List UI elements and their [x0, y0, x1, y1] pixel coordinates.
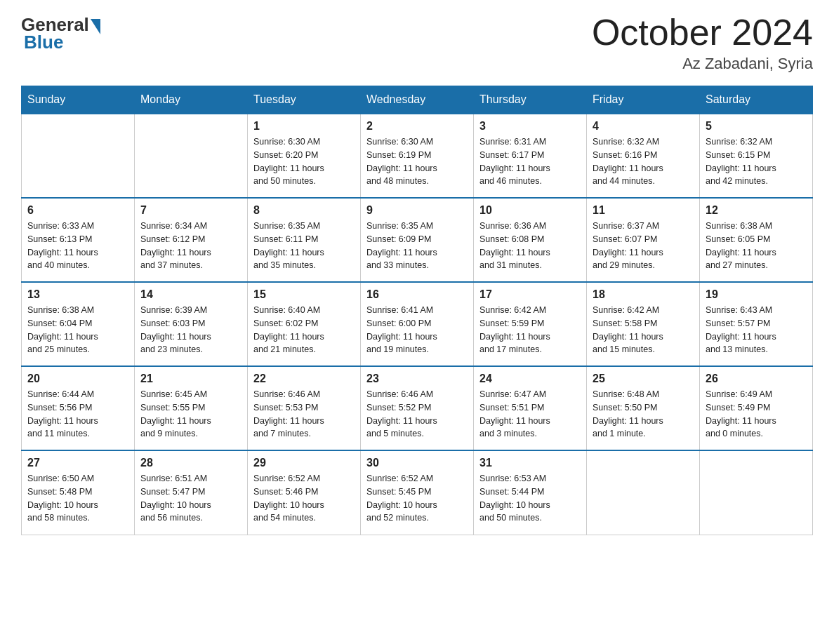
calendar-cell: 18Sunrise: 6:42 AMSunset: 5:58 PMDayligh…	[587, 282, 700, 366]
calendar-cell: 21Sunrise: 6:45 AMSunset: 5:55 PMDayligh…	[135, 366, 248, 450]
day-info: Sunrise: 6:49 AMSunset: 5:49 PMDaylight:…	[706, 388, 807, 441]
day-number: 24	[479, 373, 581, 385]
day-info: Sunrise: 6:46 AMSunset: 5:52 PMDaylight:…	[366, 388, 468, 441]
day-number: 27	[27, 457, 128, 469]
calendar-cell	[700, 450, 813, 535]
day-number: 16	[366, 288, 468, 301]
day-number: 8	[253, 204, 355, 217]
day-number: 14	[140, 288, 241, 301]
calendar-cell: 6Sunrise: 6:33 AMSunset: 6:13 PMDaylight…	[22, 198, 135, 282]
day-number: 31	[479, 457, 581, 469]
calendar-cell: 14Sunrise: 6:39 AMSunset: 6:03 PMDayligh…	[135, 282, 248, 366]
day-number: 19	[706, 288, 807, 301]
day-info: Sunrise: 6:38 AMSunset: 6:04 PMDaylight:…	[27, 304, 128, 356]
calendar-week-row: 20Sunrise: 6:44 AMSunset: 5:56 PMDayligh…	[22, 366, 813, 450]
calendar-cell: 30Sunrise: 6:52 AMSunset: 5:45 PMDayligh…	[361, 450, 474, 535]
day-number: 29	[253, 457, 355, 469]
day-number: 7	[140, 204, 241, 217]
day-info: Sunrise: 6:39 AMSunset: 6:03 PMDaylight:…	[140, 304, 241, 356]
calendar-cell: 26Sunrise: 6:49 AMSunset: 5:49 PMDayligh…	[700, 366, 813, 450]
logo-blue-text: Blue	[24, 32, 63, 53]
day-number: 21	[140, 373, 241, 385]
day-info: Sunrise: 6:38 AMSunset: 6:05 PMDaylight:…	[706, 220, 807, 272]
day-info: Sunrise: 6:48 AMSunset: 5:50 PMDaylight:…	[593, 388, 694, 441]
day-info: Sunrise: 6:53 AMSunset: 5:44 PMDaylight:…	[479, 472, 581, 525]
location-title: Az Zabadani, Syria	[592, 55, 813, 73]
calendar-cell: 11Sunrise: 6:37 AMSunset: 6:07 PMDayligh…	[587, 198, 700, 282]
calendar-cell: 24Sunrise: 6:47 AMSunset: 5:51 PMDayligh…	[474, 366, 587, 450]
day-number: 4	[593, 120, 694, 133]
calendar-cell: 7Sunrise: 6:34 AMSunset: 6:12 PMDaylight…	[135, 198, 248, 282]
day-info: Sunrise: 6:40 AMSunset: 6:02 PMDaylight:…	[253, 304, 355, 356]
calendar-cell: 17Sunrise: 6:42 AMSunset: 5:59 PMDayligh…	[474, 282, 587, 366]
logo-arrow-icon	[91, 19, 100, 34]
weekday-header-monday: Monday	[135, 86, 248, 114]
calendar-cell	[587, 450, 700, 535]
day-info: Sunrise: 6:51 AMSunset: 5:47 PMDaylight:…	[140, 472, 241, 525]
day-number: 5	[706, 120, 807, 133]
day-info: Sunrise: 6:35 AMSunset: 6:09 PMDaylight:…	[366, 220, 468, 272]
calendar-week-row: 13Sunrise: 6:38 AMSunset: 6:04 PMDayligh…	[22, 282, 813, 366]
day-info: Sunrise: 6:35 AMSunset: 6:11 PMDaylight:…	[253, 220, 355, 272]
day-number: 1	[253, 120, 355, 133]
calendar-cell: 1Sunrise: 6:30 AMSunset: 6:20 PMDaylight…	[248, 114, 361, 198]
title-area: October 2024 Az Zabadani, Syria	[592, 14, 813, 73]
day-info: Sunrise: 6:46 AMSunset: 5:53 PMDaylight:…	[253, 388, 355, 441]
calendar-cell: 12Sunrise: 6:38 AMSunset: 6:05 PMDayligh…	[700, 198, 813, 282]
day-info: Sunrise: 6:50 AMSunset: 5:48 PMDaylight:…	[27, 472, 128, 525]
day-number: 15	[253, 288, 355, 301]
day-number: 25	[593, 373, 694, 385]
day-info: Sunrise: 6:30 AMSunset: 6:20 PMDaylight:…	[253, 135, 355, 188]
day-number: 26	[706, 373, 807, 385]
calendar-cell: 28Sunrise: 6:51 AMSunset: 5:47 PMDayligh…	[135, 450, 248, 535]
calendar-cell: 25Sunrise: 6:48 AMSunset: 5:50 PMDayligh…	[587, 366, 700, 450]
day-number: 9	[366, 204, 468, 217]
day-number: 13	[27, 288, 128, 301]
day-info: Sunrise: 6:52 AMSunset: 5:45 PMDaylight:…	[366, 472, 468, 525]
weekday-header-saturday: Saturday	[700, 86, 813, 114]
day-number: 12	[706, 204, 807, 217]
calendar-week-row: 1Sunrise: 6:30 AMSunset: 6:20 PMDaylight…	[22, 114, 813, 198]
day-info: Sunrise: 6:37 AMSunset: 6:07 PMDaylight:…	[593, 220, 694, 272]
calendar-cell	[135, 114, 248, 198]
calendar-cell: 13Sunrise: 6:38 AMSunset: 6:04 PMDayligh…	[22, 282, 135, 366]
day-number: 10	[479, 204, 581, 217]
day-info: Sunrise: 6:32 AMSunset: 6:16 PMDaylight:…	[593, 135, 694, 188]
calendar-cell: 23Sunrise: 6:46 AMSunset: 5:52 PMDayligh…	[361, 366, 474, 450]
day-number: 18	[593, 288, 694, 301]
day-info: Sunrise: 6:33 AMSunset: 6:13 PMDaylight:…	[27, 220, 128, 272]
day-info: Sunrise: 6:47 AMSunset: 5:51 PMDaylight:…	[479, 388, 581, 441]
calendar-cell: 27Sunrise: 6:50 AMSunset: 5:48 PMDayligh…	[22, 450, 135, 535]
calendar-cell	[22, 114, 135, 198]
day-info: Sunrise: 6:42 AMSunset: 5:59 PMDaylight:…	[479, 304, 581, 356]
day-number: 11	[593, 204, 694, 217]
day-number: 3	[479, 120, 581, 133]
calendar-cell: 16Sunrise: 6:41 AMSunset: 6:00 PMDayligh…	[361, 282, 474, 366]
logo-area: General Blue	[21, 14, 100, 53]
day-info: Sunrise: 6:43 AMSunset: 5:57 PMDaylight:…	[706, 304, 807, 356]
calendar-cell: 5Sunrise: 6:32 AMSunset: 6:15 PMDaylight…	[700, 114, 813, 198]
weekday-header-tuesday: Tuesday	[248, 86, 361, 114]
day-info: Sunrise: 6:42 AMSunset: 5:58 PMDaylight:…	[593, 304, 694, 356]
calendar-cell: 4Sunrise: 6:32 AMSunset: 6:16 PMDaylight…	[587, 114, 700, 198]
day-info: Sunrise: 6:44 AMSunset: 5:56 PMDaylight:…	[27, 388, 128, 441]
day-info: Sunrise: 6:30 AMSunset: 6:19 PMDaylight:…	[366, 135, 468, 188]
calendar-cell: 20Sunrise: 6:44 AMSunset: 5:56 PMDayligh…	[22, 366, 135, 450]
day-number: 22	[253, 373, 355, 385]
weekday-header-friday: Friday	[587, 86, 700, 114]
day-info: Sunrise: 6:52 AMSunset: 5:46 PMDaylight:…	[253, 472, 355, 525]
day-number: 6	[27, 204, 128, 217]
day-info: Sunrise: 6:45 AMSunset: 5:55 PMDaylight:…	[140, 388, 241, 441]
day-number: 17	[479, 288, 581, 301]
calendar-cell: 9Sunrise: 6:35 AMSunset: 6:09 PMDaylight…	[361, 198, 474, 282]
calendar-cell: 8Sunrise: 6:35 AMSunset: 6:11 PMDaylight…	[248, 198, 361, 282]
calendar-week-row: 27Sunrise: 6:50 AMSunset: 5:48 PMDayligh…	[22, 450, 813, 535]
calendar-cell: 10Sunrise: 6:36 AMSunset: 6:08 PMDayligh…	[474, 198, 587, 282]
day-info: Sunrise: 6:36 AMSunset: 6:08 PMDaylight:…	[479, 220, 581, 272]
day-info: Sunrise: 6:31 AMSunset: 6:17 PMDaylight:…	[479, 135, 581, 188]
calendar-header-row: SundayMondayTuesdayWednesdayThursdayFrid…	[22, 86, 813, 114]
month-title: October 2024	[592, 14, 813, 51]
day-info: Sunrise: 6:32 AMSunset: 6:15 PMDaylight:…	[706, 135, 807, 188]
weekday-header-sunday: Sunday	[22, 86, 135, 114]
weekday-header-thursday: Thursday	[474, 86, 587, 114]
